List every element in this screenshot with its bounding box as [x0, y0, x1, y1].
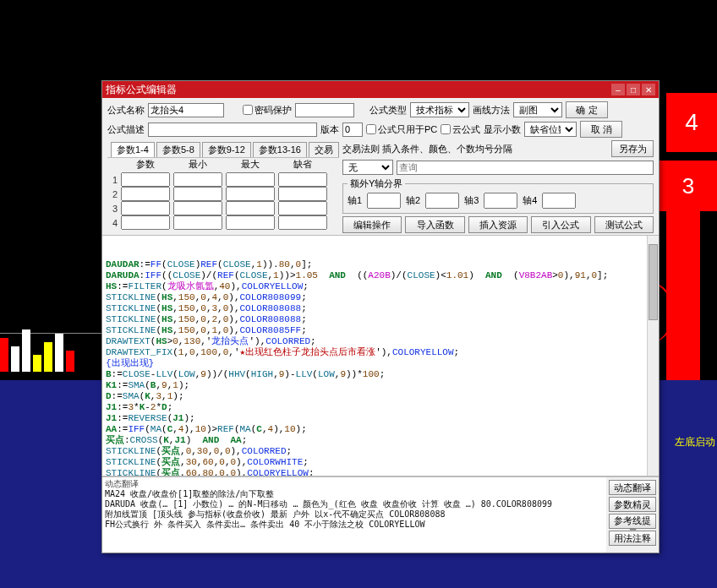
- cloud-checkbox[interactable]: 云公式: [441, 123, 480, 136]
- help4-button[interactable]: 用法注释: [609, 531, 656, 546]
- p4-max[interactable]: [226, 215, 275, 230]
- scroll-thumb[interactable]: [649, 244, 658, 320]
- axis-legend: 额外Y轴分界: [348, 177, 405, 190]
- p1-def[interactable]: [278, 172, 327, 187]
- axis2-input[interactable]: [425, 193, 459, 209]
- axis4-input[interactable]: [542, 193, 576, 209]
- editop-button[interactable]: 编辑操作: [342, 216, 402, 233]
- param-tabs: 参数1-4 参数5-8 参数9-12 参数13-16 交易: [107, 140, 339, 158]
- code-editor[interactable]: DAUDAR:=FF(CLOSE)REF(CLOSE,1)).80,0];DAR…: [102, 235, 659, 476]
- title-text: 指标公式编辑器: [106, 83, 177, 97]
- p1-name[interactable]: [121, 172, 170, 187]
- p2-name[interactable]: [121, 187, 170, 201]
- anotheras-button[interactable]: 另存为: [611, 140, 654, 157]
- bg-mini-chart: [0, 321, 101, 372]
- help3-button[interactable]: 参考线提示: [609, 514, 656, 529]
- trade-none-select[interactable]: 无: [342, 160, 393, 175]
- ok-button[interactable]: 确 定: [566, 101, 608, 118]
- defaultpos-select[interactable]: 缺省位数: [524, 122, 577, 137]
- close-icon[interactable]: ✕: [642, 84, 655, 95]
- axis1-input[interactable]: [367, 193, 401, 209]
- axis2-label: 轴2: [406, 194, 420, 207]
- paramhead-def: 缺省: [276, 158, 329, 172]
- bg-red-block-3: 3: [660, 161, 717, 211]
- p2-def[interactable]: [278, 187, 327, 201]
- rownum-4: 4: [107, 215, 119, 230]
- paramhead-name: 参数: [119, 158, 172, 172]
- axis4-label: 轴4: [523, 194, 537, 207]
- minimize-icon[interactable]: –: [611, 84, 625, 95]
- onlyfor-checkbox[interactable]: 公式只用于PC: [366, 123, 437, 136]
- paramhead-max: 最大: [224, 158, 276, 172]
- trade-query-input[interactable]: [397, 161, 654, 175]
- desc-input[interactable]: [148, 122, 317, 137]
- label-version: 版本: [320, 123, 339, 136]
- msg-header: 动态翻译: [105, 479, 604, 489]
- axis3-input[interactable]: [484, 193, 517, 209]
- insertformula-button[interactable]: 引入公式: [531, 216, 590, 233]
- form-area: 公式名称 密码保护 公式类型 技术指标 画线方法 副图 确 定 公式描述 版本 …: [102, 98, 659, 235]
- import-button[interactable]: 导入函数: [405, 216, 464, 233]
- label-desc: 公式描述: [107, 123, 145, 136]
- cancel-button[interactable]: 取 消: [580, 121, 622, 138]
- tab-param2[interactable]: 参数5-8: [156, 142, 200, 157]
- help2-button[interactable]: 参数精灵: [609, 497, 656, 512]
- password-checkbox[interactable]: 密码保护: [243, 104, 292, 117]
- version-input[interactable]: [342, 122, 363, 137]
- axis1-label: 轴1: [348, 194, 362, 207]
- titlebar[interactable]: 指标公式编辑器 – □ ✕: [102, 81, 659, 98]
- p3-min[interactable]: [173, 201, 222, 215]
- p4-min[interactable]: [173, 215, 222, 230]
- label-name: 公式名称: [107, 104, 145, 117]
- formula-editor-dialog: 指标公式编辑器 – □ ✕ 公式名称 密码保护 公式类型 技术指标 画线方法 副…: [101, 80, 660, 553]
- message-area: 动态翻译 MA24 收盘/收盘价[1]取整的除法/向下取整 DARUDA 收盘(…: [102, 477, 606, 553]
- label-cloud: 云公式: [452, 123, 480, 136]
- msg-line-4: FH公式换行 外 条件买入 条件卖出… 条件卖出 40 不小于除法之校 COLO…: [105, 520, 604, 530]
- bg-red-block-4: 4: [666, 93, 717, 152]
- p1-max[interactable]: [226, 172, 275, 187]
- p4-name[interactable]: [121, 215, 170, 230]
- rownum-2: 2: [107, 187, 119, 201]
- axis3-label: 轴3: [464, 194, 479, 207]
- footer: 动态翻译 MA24 收盘/收盘价[1]取整的除法/向下取整 DARUDA 收盘(…: [102, 476, 659, 553]
- label-showdec: 显示小数: [484, 123, 521, 136]
- type-select[interactable]: 技术指标: [410, 102, 469, 117]
- msg-line-2: DARUDA 收盘(… [1] 小数位) … 的N-M日移动 … 颜色为_(红色…: [105, 499, 604, 509]
- rownum-1: 1: [107, 172, 119, 187]
- msg-line-1: MA24 收盘/收盘价[1]取整的除法/向下取整: [105, 489, 604, 499]
- p4-def[interactable]: [278, 215, 327, 230]
- bg-legend: 左底启动: [675, 435, 715, 449]
- label-password: 密码保护: [255, 104, 292, 117]
- maximize-icon[interactable]: □: [627, 84, 640, 95]
- insertfn-button[interactable]: 插入资源: [468, 216, 528, 233]
- p2-min[interactable]: [173, 187, 222, 201]
- password-input[interactable]: [295, 103, 354, 117]
- bg-red-strip: [666, 211, 700, 380]
- footer-sidebuttons: 动态翻译 参数精灵 参考线提示 用法注释: [606, 477, 659, 553]
- trade-legend: 交易法则 插入条件、颜色、个数均号分隔: [342, 143, 608, 155]
- msg-line-3: 附加线置顶 [顶头线 参与指标(收盘价收) 最新 户外 以x-代不确定买点 CO…: [105, 509, 604, 520]
- p3-name[interactable]: [121, 201, 170, 215]
- paramhead-min: 最小: [172, 158, 224, 172]
- p3-def[interactable]: [278, 201, 327, 215]
- param-table: 参数 最小 最大 缺省 1 2 3 4: [107, 158, 339, 230]
- test-button[interactable]: 测试公式: [594, 216, 654, 233]
- drawmethod-select[interactable]: 副图: [513, 102, 562, 117]
- tab-param3[interactable]: 参数9-12: [202, 142, 251, 157]
- p2-max[interactable]: [226, 187, 275, 201]
- p3-max[interactable]: [226, 201, 275, 215]
- tab-param1[interactable]: 参数1-4: [111, 142, 155, 157]
- label-type: 公式类型: [369, 104, 407, 117]
- help1-button[interactable]: 动态翻译: [609, 480, 656, 495]
- name-input[interactable]: [148, 103, 224, 117]
- axis-fieldset: 额外Y轴分界 轴1 轴2 轴3 轴4: [342, 177, 654, 214]
- label-drawmethod: 画线方法: [473, 104, 510, 117]
- rownum-3: 3: [107, 201, 119, 215]
- tab-trade[interactable]: 交易: [309, 142, 339, 157]
- p1-min[interactable]: [173, 172, 222, 187]
- tab-param4[interactable]: 参数13-16: [253, 142, 307, 157]
- label-onlyfor: 公式只用于PC: [378, 123, 437, 136]
- code-scrollbar[interactable]: [647, 236, 659, 476]
